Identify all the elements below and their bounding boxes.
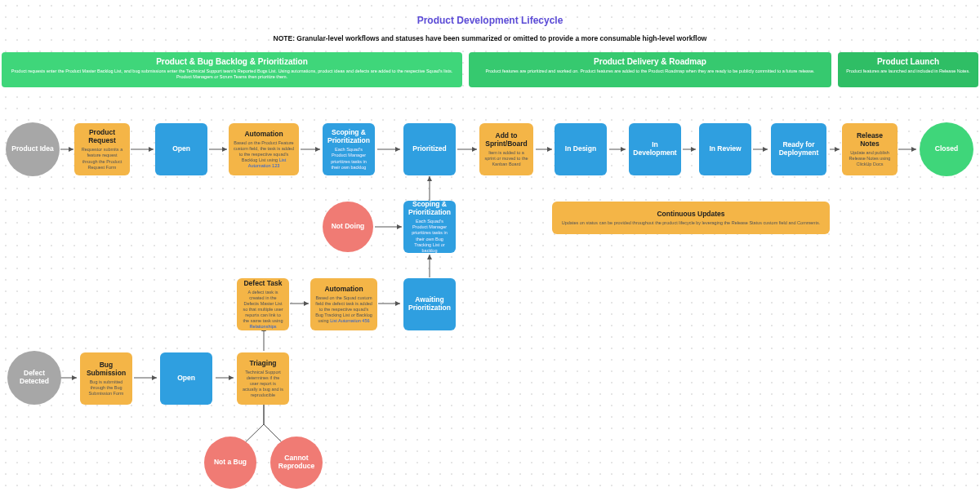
- node-in-design: In Design: [555, 123, 607, 175]
- node-add-to-sprint: Add to Sprint/BoardItem is added to a sp…: [479, 123, 533, 175]
- node-automation-2: AutomationBased on the Squad custom fiel…: [310, 278, 377, 330]
- arrows-layer: [0, 0, 980, 492]
- node-closed: Closed: [920, 122, 973, 176]
- node-release-notes: Release NotesUpdate and publish Release …: [842, 123, 898, 175]
- node-not-a-bug: Not a Bug: [204, 437, 256, 489]
- node-continuous-updates: Continuous UpdatesUpdates on status can …: [552, 202, 830, 234]
- node-product-request: Product RequestRequestor submits a featu…: [74, 123, 130, 175]
- diagram-canvas: Product Idea Product RequestRequestor su…: [0, 0, 980, 492]
- node-defect-detected: Defect Detected: [7, 351, 61, 405]
- node-bug-submission: Bug SubmissionBug is submitted through t…: [80, 352, 132, 405]
- node-in-review: In Review: [699, 123, 751, 175]
- node-cannot-reproduce: Cannot Reproduce: [270, 437, 323, 489]
- node-ready-for-deployment: Ready for Deployment: [771, 123, 826, 175]
- node-automation-1: AutomationBased on the Product Feature c…: [229, 123, 299, 175]
- node-scoping-2: Scoping & PrioritizationEach Squad's Pro…: [403, 201, 456, 253]
- node-prioritized: Prioritized: [403, 123, 456, 175]
- node-awaiting-prioritization: Awaiting Prioritization: [403, 278, 456, 330]
- node-open-2: Open: [160, 352, 212, 405]
- node-in-development: In Development: [629, 123, 681, 175]
- node-scoping-1: Scoping & PrioritizationEach Squad's Pro…: [323, 123, 375, 175]
- node-triaging: TriagingTechnical Support determines if …: [237, 352, 289, 405]
- node-not-doing: Not Doing: [323, 202, 373, 252]
- node-product-idea: Product Idea: [6, 122, 60, 176]
- node-defect-task: Defect TaskA defect task is created in t…: [237, 278, 289, 330]
- node-open-1: Open: [155, 123, 207, 175]
